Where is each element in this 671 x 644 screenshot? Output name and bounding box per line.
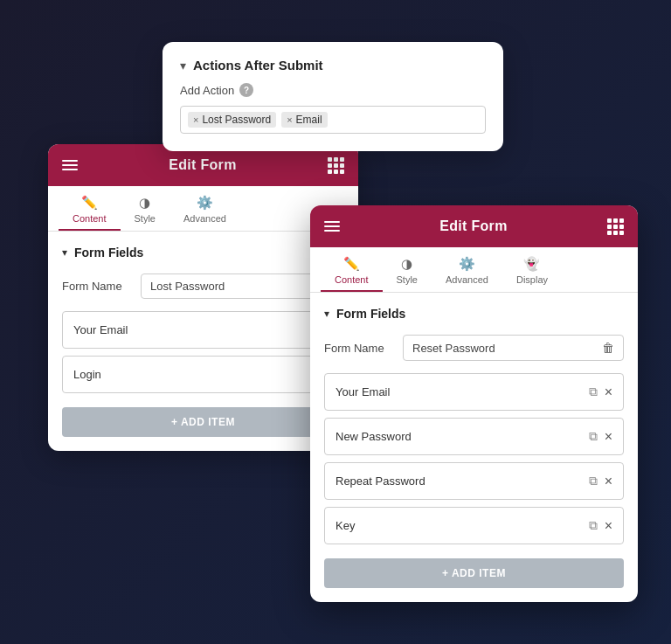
section-chevron-icon[interactable]: ▾ <box>62 246 67 259</box>
add-item-button-front[interactable]: + ADD ITEM <box>324 558 624 588</box>
add-action-row: Add Action ? <box>180 83 486 97</box>
tab-label: Content <box>335 274 369 285</box>
section-title-front: Form Fields <box>336 307 405 321</box>
gear-icon: ⚙️ <box>459 256 475 272</box>
copy-icon[interactable]: ⧉ <box>587 516 599 535</box>
field-actions: ⧉ × <box>587 472 612 490</box>
section-chevron-icon[interactable]: ▾ <box>324 308 329 320</box>
tag-lost-password: × Lost Password <box>188 112 276 128</box>
tabs-front: ✏️ Content ◑ Style ⚙️ Advanced 👻 Display <box>310 247 638 293</box>
form-name-value-front: Reset Password <box>412 342 495 355</box>
close-icon[interactable]: × <box>605 474 612 488</box>
field-label: Your Email <box>73 323 321 336</box>
field-label: New Password <box>336 430 587 443</box>
form-name-row-back: Form Name Lost Password <box>62 274 344 299</box>
panel-title-front: Edit Form <box>439 218 507 234</box>
field-actions: ⧉ × <box>587 427 612 446</box>
field-item-email-front: Your Email ⧉ × <box>324 373 624 411</box>
close-icon[interactable]: × <box>605 385 612 399</box>
gear-icon: ⚙️ <box>197 195 213 211</box>
actions-card-header: ▾ Actions After Submit <box>180 58 486 73</box>
panel-title-back: Edit Form <box>169 157 236 173</box>
section-title-back: Form Fields <box>74 246 143 260</box>
field-item-email-back: Your Email ⧉ <box>62 311 344 349</box>
field-item-new-password: New Password ⧉ × <box>324 418 624 455</box>
tab-advanced-front[interactable]: ⚙️ Advanced <box>432 247 502 292</box>
field-label: Login <box>73 368 321 381</box>
tag-label: Lost Password <box>202 114 271 126</box>
tab-label: Style <box>135 213 156 224</box>
tab-style-front[interactable]: ◑ Style <box>383 247 432 292</box>
tag-label: Email <box>296 114 322 126</box>
tag-close-icon[interactable]: × <box>193 114 198 125</box>
close-icon[interactable]: × <box>605 430 612 444</box>
copy-icon[interactable]: ⧉ <box>587 472 599 490</box>
field-item-login-back: Login ⧉ <box>62 356 344 393</box>
section-header-front: ▾ Form Fields <box>324 307 624 321</box>
tab-display-front[interactable]: 👻 Display <box>502 247 562 292</box>
panel-header-front: Edit Form <box>310 205 638 247</box>
close-icon[interactable]: × <box>605 519 612 533</box>
grid-icon-back[interactable] <box>328 157 344 174</box>
field-label: Your Email <box>336 385 587 398</box>
add-action-label: Add Action <box>180 84 234 97</box>
hamburger-icon[interactable] <box>62 160 78 170</box>
copy-icon[interactable]: ⧉ <box>587 427 599 446</box>
tab-content-back[interactable]: ✏️ Content <box>59 186 121 231</box>
tab-label: Advanced <box>446 274 488 285</box>
form-name-label-front: Form Name <box>324 342 403 355</box>
copy-icon[interactable]: ⧉ <box>587 383 599 401</box>
pencil-icon: ✏️ <box>81 195 98 211</box>
style-icon: ◑ <box>139 195 150 211</box>
field-item-repeat-password: Repeat Password ⧉ × <box>324 462 624 500</box>
tab-advanced-back[interactable]: ⚙️ Advanced <box>169 186 240 231</box>
actions-after-submit-card: ▾ Actions After Submit Add Action ? × Lo… <box>163 42 503 151</box>
field-label: Repeat Password <box>336 474 587 488</box>
tags-input[interactable]: × Lost Password × Email <box>180 106 486 134</box>
pencil-icon: ✏️ <box>343 256 360 272</box>
form-name-input-front[interactable]: Reset Password 🗑 <box>403 335 624 361</box>
help-icon[interactable]: ? <box>239 83 253 97</box>
field-actions: ⧉ × <box>587 516 612 535</box>
field-item-key: Key ⧉ × <box>324 507 624 544</box>
tab-label: Content <box>73 213 107 224</box>
tab-label: Advanced <box>183 213 226 224</box>
tag-email: × Email <box>281 112 327 128</box>
form-name-value-back: Lost Password <box>150 280 225 293</box>
field-label: Key <box>336 519 587 532</box>
actions-card-title: Actions After Submit <box>193 58 323 73</box>
field-actions: ⧉ × <box>587 383 612 401</box>
grid-icon-front[interactable] <box>607 218 624 235</box>
section-header-back: ▾ Form Fields <box>62 246 344 260</box>
style-icon: ◑ <box>401 256 412 272</box>
tab-label: Style <box>397 274 418 285</box>
tab-style-back[interactable]: ◑ Style <box>121 186 169 231</box>
tab-content-front[interactable]: ✏️ Content <box>321 247 383 292</box>
hamburger-icon-front[interactable] <box>324 221 340 232</box>
tag-close-icon[interactable]: × <box>287 114 292 125</box>
trash-icon[interactable]: 🗑 <box>602 341 614 355</box>
tab-label: Display <box>516 274 548 285</box>
form-name-row-front: Form Name Reset Password 🗑 <box>324 335 624 361</box>
panel-body-front: ▾ Form Fields Form Name Reset Password 🗑… <box>310 293 638 602</box>
form-name-label-back: Form Name <box>62 280 141 293</box>
display-icon: 👻 <box>523 256 540 272</box>
add-item-button-back[interactable]: + ADD ITEM <box>62 407 344 437</box>
chevron-down-icon[interactable]: ▾ <box>180 59 186 73</box>
edit-form-panel-front: Edit Form ✏️ Content ◑ Style ⚙️ Advanced… <box>310 205 638 602</box>
